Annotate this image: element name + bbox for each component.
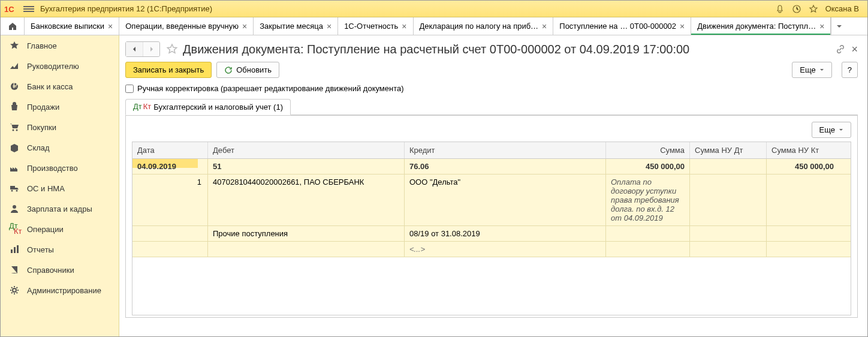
svg-point-6 xyxy=(11,190,13,192)
more-button[interactable]: Еще xyxy=(792,62,831,78)
app-logo-icon: 1С xyxy=(4,4,19,14)
home-tab[interactable] xyxy=(1,17,25,35)
cell-desc: Оплата по договору уступки права требова… xyxy=(606,174,690,225)
person-icon xyxy=(9,203,20,214)
truck-icon xyxy=(9,183,20,194)
sidebar-item-production[interactable]: Производство xyxy=(1,158,119,178)
svg-point-12 xyxy=(13,288,16,292)
sidebar-item-main[interactable]: Главное xyxy=(1,35,119,56)
help-button[interactable]: ? xyxy=(842,62,858,78)
cell-debit-acc: 51 xyxy=(208,159,405,174)
sidebar-item-bank[interactable]: ₽Банк и касса xyxy=(1,76,119,97)
grid-container: Еще Дата Дебет Кредит Сумма Сумма НУ Дт … xyxy=(125,115,858,318)
chart-icon xyxy=(9,61,20,71)
chevron-down-icon xyxy=(839,128,843,133)
star-icon[interactable] xyxy=(809,4,818,14)
user-name[interactable]: Оксана В xyxy=(825,4,859,13)
tab-tax-declaration[interactable]: Декларация по налогу на приб…× xyxy=(414,17,554,35)
svg-text:1С: 1С xyxy=(4,5,14,14)
gear-icon xyxy=(9,285,20,296)
tab-1c-reporting[interactable]: 1С-Отчетность× xyxy=(338,17,413,35)
col-nudt[interactable]: Сумма НУ Дт xyxy=(690,142,767,158)
cell-date: 04.09.2019 xyxy=(132,159,208,174)
sidebar-item-sales[interactable]: Продажи xyxy=(1,97,119,117)
tab-bank-statements[interactable]: Банковские выписки× xyxy=(25,17,119,35)
sidebar-item-references[interactable]: Справочники xyxy=(1,260,119,280)
tabbar: Банковские выписки× Операции, введенные … xyxy=(1,17,867,35)
sidebar-item-assets[interactable]: ОС и НМА xyxy=(1,178,119,198)
close-icon[interactable]: × xyxy=(542,22,547,31)
refresh-icon xyxy=(224,66,233,74)
grid-row[interactable]: 1 40702810440020002661, ПАО СБЕРБАНК ООО… xyxy=(132,174,851,226)
link-icon[interactable] xyxy=(836,44,845,54)
tab-month-close[interactable]: Закрытие месяца× xyxy=(254,17,338,35)
titlebar: 1С Бухгалтерия предприятия 12 (1С:Предпр… xyxy=(1,1,867,17)
sidebar-item-purchases[interactable]: Покупки xyxy=(1,117,119,137)
svg-text:₽: ₽ xyxy=(13,81,17,90)
manual-edit-checkbox[interactable] xyxy=(125,85,134,93)
sidebar-item-warehouse[interactable]: Склад xyxy=(1,137,119,158)
close-icon[interactable]: × xyxy=(402,22,406,31)
favorite-icon[interactable] xyxy=(166,43,178,55)
back-button[interactable] xyxy=(126,42,143,56)
close-icon[interactable]: × xyxy=(680,22,685,31)
svg-rect-11 xyxy=(17,245,19,253)
grid-row[interactable]: 04.09.2019 51 76.06 450 000,00 450 000,0… xyxy=(132,159,851,174)
tab-manual-ops[interactable]: Операции, введенные вручную× xyxy=(119,17,254,35)
bars-icon xyxy=(9,244,20,255)
page-title: Движения документа: Поступление на расче… xyxy=(183,43,836,56)
col-debit[interactable]: Дебет xyxy=(208,142,405,158)
sidebar: Главное Руководителю ₽Банк и касса Прода… xyxy=(1,35,119,336)
manual-edit-label: Ручная корректировка (разрешает редактир… xyxy=(137,84,404,93)
close-button[interactable]: × xyxy=(851,43,858,56)
chevron-down-icon xyxy=(819,68,824,73)
close-icon[interactable]: × xyxy=(108,22,113,31)
sidebar-item-admin[interactable]: Администрирование xyxy=(1,280,119,300)
col-nukt[interactable]: Сумма НУ Кт xyxy=(767,142,839,158)
app-title: Бухгалтерия предприятия 12 (1С:Предприят… xyxy=(40,4,775,13)
arrow-left-icon xyxy=(131,46,138,53)
svg-point-7 xyxy=(16,190,18,192)
svg-rect-10 xyxy=(14,247,16,253)
book-icon xyxy=(9,264,20,275)
col-credit[interactable]: Кредит xyxy=(405,142,606,158)
cell-debit-sub1: 40702810440020002661, ПАО СБЕРБАНК xyxy=(208,174,405,225)
refresh-button[interactable]: Обновить xyxy=(216,62,279,78)
box-icon xyxy=(9,142,20,153)
cell-credit-sub3[interactable]: <...> xyxy=(405,242,606,257)
grid-row[interactable]: Прочие поступления 08/19 от 31.08.2019 xyxy=(132,226,851,242)
close-icon[interactable]: × xyxy=(819,22,824,31)
nav-buttons xyxy=(125,41,160,57)
cell-sum: 450 000,00 xyxy=(606,159,690,174)
dtkt-icon: ДтКт xyxy=(9,224,20,234)
close-icon[interactable]: × xyxy=(242,22,247,31)
cell-nukt: 450 000,00 xyxy=(767,159,839,174)
history-icon[interactable] xyxy=(792,4,801,14)
save-close-button[interactable]: Записать и закрыть xyxy=(125,62,212,78)
grid-row[interactable]: <...> xyxy=(132,242,851,257)
tab-receipt[interactable]: Поступление на … 0Т00-000002× xyxy=(553,17,691,35)
sidebar-item-reports[interactable]: Отчеты xyxy=(1,239,119,260)
accounting-tab[interactable]: ДтКт Бухгалтерский и налоговый учет (1) xyxy=(125,99,291,115)
home-icon xyxy=(8,22,17,31)
sidebar-item-operations[interactable]: ДтКтОперации xyxy=(1,219,119,239)
close-icon[interactable]: × xyxy=(327,22,331,31)
content: Движения документа: Поступление на расче… xyxy=(119,35,867,336)
tab-document-movements[interactable]: Движения документа: Поступл…× xyxy=(691,17,831,35)
grid-more-button[interactable]: Еще xyxy=(812,122,851,138)
factory-icon xyxy=(9,163,20,173)
sidebar-item-manager[interactable]: Руководителю xyxy=(1,56,119,76)
col-date[interactable]: Дата xyxy=(132,142,208,158)
accounting-grid[interactable]: Дата Дебет Кредит Сумма Сумма НУ Дт Сумм… xyxy=(132,142,851,315)
sidebar-item-hr[interactable]: Зарплата и кадры xyxy=(1,198,119,219)
forward-button[interactable] xyxy=(143,42,159,56)
cell-credit-sub1: ООО "Дельта" xyxy=(405,174,606,225)
cell-debit-sub2: Прочие поступления xyxy=(208,226,405,241)
tabs-dropdown[interactable] xyxy=(831,17,846,35)
menu-icon[interactable] xyxy=(23,5,34,13)
cell-credit-acc: 76.06 xyxy=(405,159,606,174)
svg-rect-9 xyxy=(11,249,13,253)
bell-icon[interactable] xyxy=(775,4,785,14)
col-sum[interactable]: Сумма xyxy=(606,142,690,158)
coin-icon: ₽ xyxy=(9,81,20,92)
